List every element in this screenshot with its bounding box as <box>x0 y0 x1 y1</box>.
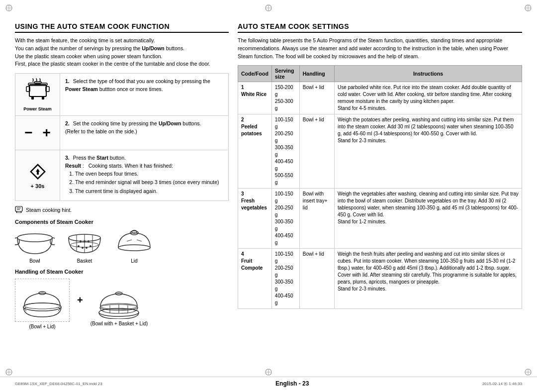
handling-row: (Bowl + Lid) + <box>15 279 229 329</box>
component-basket: Basket <box>65 229 104 264</box>
svg-rect-15 <box>42 97 44 99</box>
bowl-basket-lid-label: (Bowl with + Basket + Lid) <box>90 321 148 326</box>
inst-row-1: Power Steam 1. Select the type of food t… <box>15 74 228 116</box>
right-column: AUTO STEAM COOK SETTINGS The following t… <box>238 22 522 329</box>
basket-svg <box>65 229 104 256</box>
result-item-1: The oven beeps four times. <box>75 170 223 178</box>
header-instructions: Instructions <box>334 66 522 82</box>
component-lid: Lid <box>114 229 154 264</box>
result-item-3: The current time is displayed again. <box>75 188 223 196</box>
right-intro: The following table presents the 5 Auto … <box>238 37 522 60</box>
inst-row-2: − + 2. Set the cooking time by pressing … <box>15 116 228 150</box>
table-row-white-rice: 1 White Rice 150-200 g250-300 g Bowl + l… <box>238 82 522 114</box>
step-1-text: 1. Select the type of food that you are … <box>60 74 228 115</box>
bowl-basket-lid-svg <box>91 282 146 319</box>
power-steam-label: Power Steam <box>23 106 52 111</box>
intro-line-3: Use the plastic steam cooker when using … <box>15 53 162 59</box>
bowl-svg <box>15 229 55 256</box>
handling-vegetables: Bowl with insert tray+ lid <box>299 189 334 249</box>
timer-icon-cell: + 30s <box>15 150 60 200</box>
bowl-lid-label: (Bowl + Lid) <box>29 324 55 329</box>
lid-svg <box>114 229 154 256</box>
table-header-row: Code/Food Serving size Handling Instruct… <box>238 66 522 82</box>
footer: GE89M-1SX_XEF_DE68-04258C-01_EN.indd 23 … <box>0 377 537 387</box>
instructions-potatoes: Weigh the potatoes after peeling, washin… <box>334 114 522 189</box>
left-section-title: USING THE AUTO STEAM COOK FUNCTION <box>15 22 229 33</box>
header-handling: Handling <box>299 66 334 82</box>
steam-hint: Steam cooking hint. <box>15 206 229 214</box>
header-code-food: Code/Food <box>238 66 272 82</box>
handling-compote: Bowl + lid <box>299 249 334 309</box>
intro-line-4: First, place the plastic steam cooker in… <box>15 61 210 67</box>
plus-icon: + <box>43 126 51 140</box>
instructions-compote: Weigh the fresh fruits after peeling and… <box>334 249 522 309</box>
inst-row-3: + 30s 3. Press the Start button. Result … <box>15 150 228 200</box>
step-2-text: 2. Set the cooking time by pressing the … <box>60 116 228 150</box>
svg-point-33 <box>78 245 80 247</box>
lid-label: Lid <box>131 258 137 264</box>
instructions-table: Power Steam 1. Select the type of food t… <box>15 73 229 201</box>
component-bowl: Bowl <box>15 229 55 264</box>
footer-left: GE89M-1SX_XEF_DE68-04258C-01_EN.indd 23 <box>15 382 102 386</box>
svg-point-32 <box>88 240 90 242</box>
instructions-vegetables: Weigh the vegetables after washing, clea… <box>334 189 522 249</box>
code-food-white-rice: 1 White Rice <box>238 82 272 114</box>
svg-rect-14 <box>31 97 34 99</box>
cook-settings-table: Code/Food Serving size Handling Instruct… <box>238 65 522 309</box>
plus-separator: + <box>77 294 83 306</box>
result-item-2: The end reminder signal will beep 3 time… <box>75 179 223 187</box>
svg-rect-18 <box>15 206 22 211</box>
bowl-label: Bowl <box>29 258 40 264</box>
svg-point-24 <box>17 234 52 242</box>
handling-title: Handling of Steam Cooker <box>15 269 229 275</box>
timer-label: + 30s <box>31 183 45 189</box>
svg-line-40 <box>127 240 132 241</box>
minus-icon: − <box>24 126 32 140</box>
table-row-compote: 4 FruitCompote 100-150 g200-250 g300-350… <box>238 249 522 309</box>
components-row: Bowl <box>15 229 229 264</box>
serving-potatoes: 100-150 g200-250 g300-350 g400-450 g500-… <box>271 114 299 189</box>
corner-mark-bl <box>5 368 13 378</box>
svg-point-37 <box>118 245 150 251</box>
power-steam-icon-cell: Power Steam <box>15 74 60 115</box>
left-column: USING THE AUTO STEAM COOK FUNCTION With … <box>15 22 229 329</box>
svg-point-31 <box>84 240 86 242</box>
hint-icon <box>15 206 23 214</box>
step-3-text: 3. Press the Start button. Result : Cook… <box>60 150 228 200</box>
table-row-potatoes: 2 Peeledpotatoes 100-150 g200-250 g300-3… <box>238 114 522 189</box>
svg-point-34 <box>82 247 84 249</box>
footer-right: 2015-02-14 ㊑ 1:46:33 <box>482 381 522 387</box>
svg-point-30 <box>80 240 82 242</box>
svg-marker-17 <box>36 169 40 175</box>
code-food-vegetables: 3 Freshvegetables <box>238 189 272 249</box>
handling-potatoes: Bowl + lid <box>299 114 334 189</box>
svg-point-36 <box>90 245 91 247</box>
result-list: The oven beeps four times. The end remin… <box>65 170 223 196</box>
bowl-lid-svg <box>17 281 67 318</box>
svg-rect-11 <box>34 82 41 84</box>
code-food-compote: 4 FruitCompote <box>238 249 272 309</box>
page-number: English - 23 <box>275 380 309 387</box>
serving-white-rice: 150-200 g250-300 g <box>271 82 299 114</box>
serving-vegetables: 100-150 g200-250 g300-350 g400-450 g <box>271 189 299 249</box>
handling-white-rice: Bowl + lid <box>299 82 334 114</box>
svg-point-35 <box>86 247 88 249</box>
svg-rect-9 <box>29 85 46 97</box>
components-title: Components of Steam Cooker <box>15 219 229 225</box>
code-food-potatoes: 2 Peeledpotatoes <box>238 114 272 189</box>
serving-compote: 100-150 g200-250 g300-350 g400-450 g <box>271 249 299 309</box>
intro-paragraph: With the steam feature, the cooking time… <box>15 37 229 68</box>
svg-point-43 <box>24 303 60 309</box>
header-serving: Serving size <box>271 66 299 82</box>
basket-label: Basket <box>77 258 92 264</box>
bowl-basket-lid-combo: (Bowl with + Basket + Lid) <box>90 282 148 326</box>
right-section-title: AUTO STEAM COOK SETTINGS <box>238 22 522 33</box>
center-bottom-mark <box>265 368 272 378</box>
instructions-white-rice: Use parboiled white rice. Put rice into … <box>334 82 522 114</box>
table-row-vegetables: 3 Freshvegetables 100-150 g200-250 g300-… <box>238 189 522 249</box>
svg-line-41 <box>137 240 142 241</box>
steam-pot-icon <box>25 78 50 105</box>
corner-mark-br <box>524 368 532 378</box>
intro-line-1: With the steam feature, the cooking time… <box>15 37 155 43</box>
steam-hint-text: Steam cooking hint. <box>26 207 72 213</box>
